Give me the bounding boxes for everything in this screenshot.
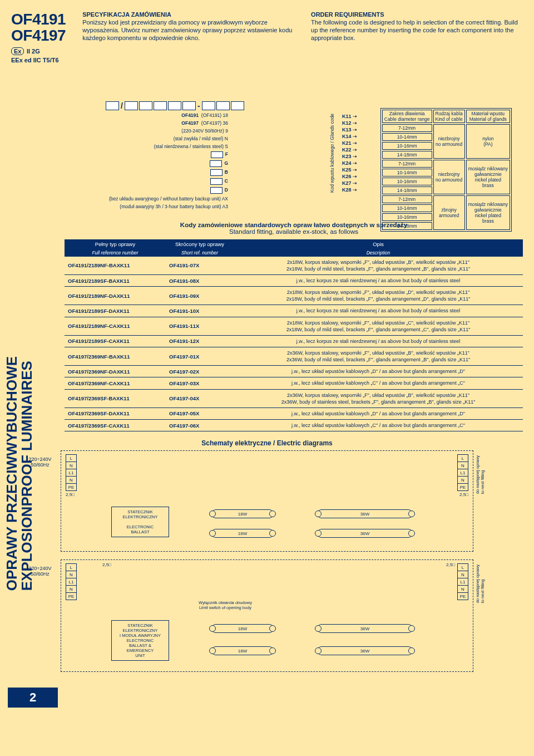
diagram-title: Schematy elektryczne / Electric diagrams — [0, 439, 534, 447]
code-of4197: OF4197 — [11, 27, 66, 43]
left-option-labels: OF4191 (OF4191) 18 OF4197 (OF4197) 36 (2… — [61, 112, 228, 212]
desc-cell: j.w., lecz korpus ze stali nierdzewnej /… — [234, 335, 523, 347]
lamp-36w: 36W — [317, 624, 413, 633]
lamp-18w: 18W — [211, 624, 274, 633]
short-cell: OF4191-10X — [166, 305, 234, 317]
ref-cell: OF4197/2369NF-BAXK11 — [65, 347, 166, 366]
desc-cell: 2x18W, korpus stalowy, wsporniki „F", uk… — [234, 287, 523, 305]
ref-cell: OF4191/2189SF-CAXK11 — [65, 335, 166, 347]
lamp-36w: 36W — [317, 646, 413, 655]
ref-cell: OF4197/2369NF-DAXK11 — [65, 366, 166, 377]
spec-pl-title: SPECYFIKACJA ZAMÓWIENIA — [82, 11, 294, 18]
short-cell: OF4197-06X — [166, 420, 234, 431]
slash-sep: / — [121, 101, 123, 110]
ex-mark: Ex — [11, 47, 24, 55]
ref-cell: OF4191/2189SF-BAXK11 — [65, 275, 166, 287]
lamp-36w: 36W — [317, 529, 413, 538]
desc-cell: 2x36W, korpus stalowy, wsporniki „F", uk… — [234, 347, 523, 366]
desc-cell: j.w., lecz układ wpustów kablowych „C" /… — [234, 377, 523, 389]
gland-table: Zakres dławienia Cable diameter range Ro… — [380, 108, 512, 232]
desc-cell: j.w., lecz korpus ze stali nierdzewnej /… — [234, 275, 523, 287]
desc-cell: 2x18W, korpus stalowy, wsporniki „F", uk… — [234, 257, 523, 275]
short-cell: OF4197-05X — [166, 408, 234, 419]
spec-pl: SPECYFIKACJA ZAMÓWIENIA Poniższy kod jes… — [82, 11, 294, 63]
ballast-1: STATECZNIK ELEKTRONICZNY ELECTRONIC BALL… — [111, 507, 169, 537]
spec-en-text: The following code is designed to help i… — [311, 19, 523, 42]
lamp-18w: 18W — [211, 529, 274, 538]
terminal-left: L N L1 N PE — [66, 454, 77, 491]
desc-cell: j.w., lecz układ wpustów kablowych „D" /… — [234, 366, 523, 377]
spec-en-title: ORDER REQUIREMENTS — [311, 11, 523, 18]
desc-cell: j.w., lecz układ wpustów kablowych „C" /… — [234, 420, 523, 431]
page-number: 2 — [8, 688, 58, 708]
class-line2: EEx ed IIC T5/T6 — [11, 57, 66, 63]
standard-fittings-table: Pełny typ oprawy Skrócony typ oprawy Opi… — [65, 239, 523, 431]
short-cell: OF4197-01X — [166, 347, 234, 366]
terminal-right: L N L1 N PE — [457, 563, 468, 600]
k-vert-label: Kod wpustu kablowego / Glands code — [329, 114, 335, 193]
ref-cell: OF4197/2369SF-BAXK11 — [65, 389, 166, 408]
sidebar-label: OPRAWY PRZECIWWYBUCHOWE EXPLOSIONPROOF L… — [4, 356, 35, 591]
short-cell: OF4191-12X — [166, 335, 234, 347]
ref-cell: OF4197/2369SF-CAXK11 — [65, 420, 166, 431]
lamp-18w: 18W — [211, 509, 274, 518]
next-fit-label: do następnej oprawy to next fitting — [475, 564, 485, 603]
ordering-diagram: / - OF4191 (OF4191) 18 OF4197 (OF4197) 3… — [72, 69, 517, 214]
diagram-1: 220÷240V 50/60Hz L N L1 N PE 2,5□ L N L1… — [61, 450, 473, 552]
next-fit-label: do następnej oprawy to next fitting — [475, 455, 485, 494]
class-line1: II 2G — [27, 48, 40, 55]
ballast-2: STATECZNIK ELEKTRONICZNY I MODUŁ AWARYJN… — [111, 620, 169, 661]
short-cell: OF4197-02X — [166, 366, 234, 377]
terminal-right: L N L1 N PE — [457, 454, 468, 491]
lamp-36w: 36W — [317, 509, 413, 518]
ref-cell: OF4191/2189NF-BAXK11 — [65, 257, 166, 275]
ref-cell: OF4191/2189SF-DAXK11 — [65, 305, 166, 317]
terminal-left: L N L1 N PE — [66, 563, 77, 600]
code-of4191: OF4191 — [11, 11, 66, 27]
desc-cell: j.w., lecz korpus ze stali nierdzewnej /… — [234, 305, 523, 317]
short-cell: OF4191-08X — [166, 275, 234, 287]
desc-cell: j.w., lecz układ wpustów kablowych „D" /… — [234, 408, 523, 419]
diagram-2: 220÷240V 50/60Hz L N L1 N PE 2,5□ L N L1… — [61, 559, 473, 672]
ref-cell: OF4197/2369SF-DAXK11 — [65, 408, 166, 419]
spec-en: ORDER REQUIREMENTS The following code is… — [311, 11, 523, 63]
ref-cell: OF4191/2189NF-CAXK11 — [65, 317, 166, 335]
limit-switch-note: Wyłącznik otwarcia obudowy Limit switch … — [195, 600, 256, 610]
short-cell: OF4197-03X — [166, 377, 234, 389]
short-cell: OF4191-07X — [166, 257, 234, 275]
short-cell: OF4191-09X — [166, 287, 234, 305]
product-codes: OF4191 OF4197 Ex II 2G EEx ed IIC T5/T6 — [11, 11, 66, 63]
ref-cell: OF4191/2189NF-DAXK11 — [65, 287, 166, 305]
short-cell: OF4197-04X — [166, 389, 234, 408]
desc-cell: 2x36W, korpus stalowy, wsporniki „F", uk… — [234, 389, 523, 408]
desc-cell: 2x18W, korpus stalowy, wsporniki „F", uk… — [234, 317, 523, 335]
k-code-list: K11 ➝ K12 ➝ K13 ➝ K14 ➝ K21 ➝ K22 ➝ K23 … — [342, 114, 357, 194]
short-cell: OF4191-11X — [166, 317, 234, 335]
lamp-18w: 18W — [211, 646, 274, 655]
ref-cell: OF4197/2369NF-CAXK11 — [65, 377, 166, 389]
dash-sep: - — [197, 101, 200, 110]
spec-pl-text: Poniższy kod jest przewidziany dla pomoc… — [82, 19, 294, 42]
